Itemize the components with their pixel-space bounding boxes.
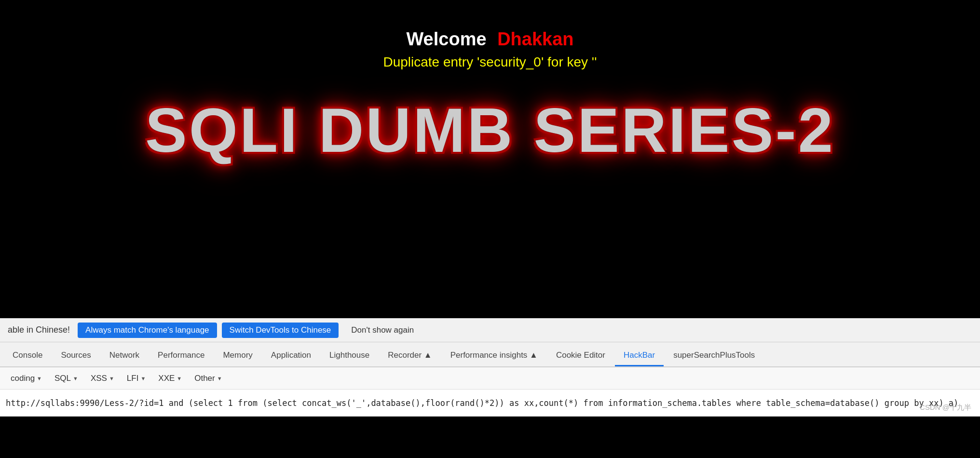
other-label: Other (194, 374, 215, 383)
dont-show-again-button[interactable]: Don't show again (343, 323, 422, 338)
sql-label: SQL (54, 374, 71, 383)
sql-dropdown-arrow: ▼ (73, 376, 78, 381)
always-match-language-button[interactable]: Always match Chrome's language (78, 323, 217, 338)
xxe-dropdown[interactable]: XXE ▼ (153, 371, 187, 386)
tab-application[interactable]: Application (262, 347, 320, 366)
tab-performance-insights[interactable]: Performance insights ▲ (442, 347, 546, 366)
hackbar-url-input[interactable] (6, 398, 974, 408)
xxe-label: XXE (158, 374, 175, 383)
coding-label: coding (11, 374, 35, 383)
tab-console[interactable]: Console (4, 347, 51, 366)
other-dropdown-arrow: ▼ (217, 376, 222, 381)
coding-dropdown-arrow: ▼ (37, 376, 42, 381)
main-content-area: Welcome Dhakkan Duplicate entry 'securit… (0, 0, 980, 318)
welcome-line: Welcome Dhakkan (406, 29, 573, 50)
xss-dropdown-arrow: ▼ (109, 376, 114, 381)
tab-recorder[interactable]: Recorder ▲ (379, 347, 440, 366)
welcome-label: Welcome (406, 29, 486, 49)
xss-dropdown[interactable]: XSS ▼ (86, 371, 119, 386)
hackbar-toolbar: coding ▼ SQL ▼ XSS ▼ LFI ▼ XXE ▼ Other ▼ (0, 367, 980, 390)
welcome-name: Dhakkan (497, 29, 573, 49)
tab-supersearchplustools[interactable]: superSearchPlusTools (665, 347, 763, 366)
xxe-dropdown-arrow: ▼ (177, 376, 182, 381)
tab-sources[interactable]: Sources (52, 347, 99, 366)
tab-cookie-editor[interactable]: Cookie Editor (547, 347, 614, 366)
other-dropdown[interactable]: Other ▼ (190, 371, 227, 386)
devtools-tab-bar: Console Sources Network Performance Memo… (0, 342, 980, 367)
tab-lighthouse[interactable]: Lighthouse (321, 347, 378, 366)
switch-devtools-language-button[interactable]: Switch DevTools to Chinese (222, 323, 339, 338)
notification-text: able in Chinese! (8, 325, 70, 335)
tab-hackbar[interactable]: HackBar (615, 347, 664, 366)
lfi-dropdown-arrow: ▼ (140, 376, 146, 381)
tab-memory[interactable]: Memory (214, 347, 261, 366)
tab-network[interactable]: Network (101, 347, 148, 366)
tab-performance[interactable]: Performance (149, 347, 213, 366)
sql-dropdown[interactable]: SQL ▼ (50, 371, 83, 386)
watermark-text: CSDN @十九半 (920, 403, 971, 412)
page-main-title: SQLI DUMB SERIES-2 (145, 94, 835, 166)
error-message: Duplicate entry 'security_0' for key '' (383, 54, 597, 70)
lfi-label: LFI (127, 374, 139, 383)
lfi-dropdown[interactable]: LFI ▼ (122, 371, 150, 386)
xss-label: XSS (91, 374, 107, 383)
coding-dropdown[interactable]: coding ▼ (6, 371, 47, 386)
hackbar-url-bar[interactable]: CSDN @十九半 (0, 390, 980, 417)
devtools-notification-bar: able in Chinese! Always match Chrome's l… (0, 318, 980, 342)
